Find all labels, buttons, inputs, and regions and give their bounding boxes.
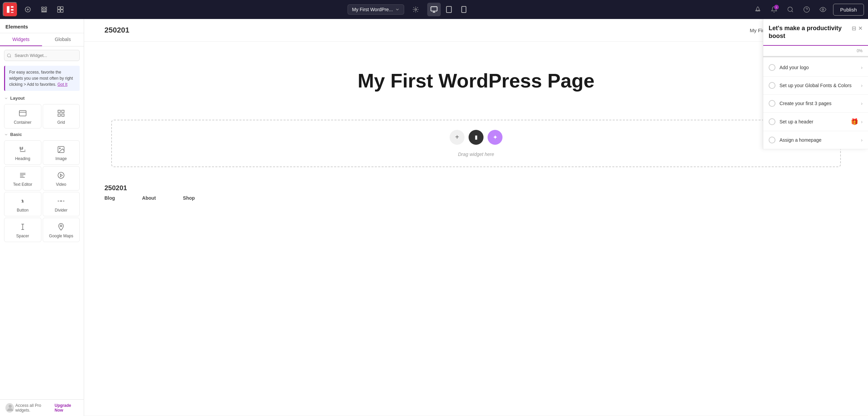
footer-col-1: About bbox=[142, 195, 156, 203]
text-editor-label: Text Editor bbox=[13, 182, 32, 187]
svg-rect-20 bbox=[446, 6, 451, 13]
video-widget[interactable]: Video bbox=[43, 166, 80, 191]
divider-label: Divider bbox=[55, 208, 67, 213]
page-settings-button[interactable] bbox=[410, 3, 422, 16]
search-input[interactable] bbox=[4, 50, 80, 61]
checklist-right-3: 🎁 › bbox=[851, 118, 863, 125]
svg-rect-33 bbox=[58, 110, 60, 113]
footer-text: Access all Pro widgets. bbox=[15, 403, 53, 413]
svg-rect-10 bbox=[45, 9, 47, 11]
help-button[interactable] bbox=[801, 3, 813, 16]
svg-text:H: H bbox=[20, 146, 22, 150]
svg-rect-15 bbox=[61, 10, 63, 13]
structure-button[interactable] bbox=[54, 3, 66, 16]
google-maps-widget[interactable]: Google Maps bbox=[43, 218, 80, 242]
svg-rect-12 bbox=[58, 7, 60, 9]
preview-button[interactable] bbox=[817, 3, 829, 16]
google-maps-label: Google Maps bbox=[49, 234, 73, 238]
checklist-right-1: › bbox=[861, 83, 863, 88]
elementor-logo-button[interactable] bbox=[3, 2, 18, 17]
panel-title: Let's make a productivity boost bbox=[769, 24, 852, 40]
tab-widgets[interactable]: Widgets bbox=[0, 33, 42, 46]
button-widget[interactable]: Button bbox=[4, 192, 41, 216]
check-circle-3 bbox=[769, 118, 775, 125]
checklist-label-4: Assign a homepage bbox=[780, 137, 822, 143]
svg-rect-36 bbox=[62, 114, 64, 116]
layout-section-header[interactable]: Layout bbox=[0, 94, 84, 103]
desktop-view-button[interactable] bbox=[427, 3, 441, 16]
heading-widget[interactable]: H Heading bbox=[4, 140, 41, 165]
svg-rect-22 bbox=[461, 6, 466, 13]
mobile-view-button[interactable] bbox=[457, 3, 471, 16]
drop-zone[interactable]: + ▮ ✦ Drag widget here bbox=[111, 120, 841, 167]
search-button[interactable] bbox=[784, 3, 796, 16]
add-element-button[interactable]: + bbox=[450, 130, 465, 145]
checklist-label-2: Create your first 3 pages bbox=[780, 101, 831, 106]
chevron-icon-0: › bbox=[861, 65, 863, 70]
footer-col-0: Blog bbox=[104, 195, 115, 203]
spacer-widget[interactable]: Spacer bbox=[4, 218, 41, 242]
checklist-right-0: › bbox=[861, 65, 863, 70]
svg-rect-13 bbox=[61, 7, 63, 9]
chevron-icon-4: › bbox=[861, 137, 863, 143]
svg-rect-1 bbox=[11, 6, 14, 7]
top-bar-right: 1 Publish bbox=[752, 3, 868, 16]
checklist-item-0[interactable]: Add your logo › bbox=[763, 59, 868, 77]
basic-section-label: Basic bbox=[10, 132, 22, 137]
checklist-item-2[interactable]: Create your first 3 pages › bbox=[763, 95, 868, 113]
grid-widget[interactable]: Grid bbox=[43, 104, 80, 128]
sidebar-tabs: Widgets Globals bbox=[0, 33, 84, 46]
checklist-left-4: Assign a homepage bbox=[769, 137, 822, 143]
add-new-button[interactable] bbox=[22, 3, 34, 16]
rocket-icon-button[interactable] bbox=[752, 3, 764, 16]
svg-rect-3 bbox=[11, 12, 14, 13]
top-bar-left bbox=[0, 2, 66, 17]
checklist-item-1[interactable]: Set up your Global Fonts & Colors › bbox=[763, 77, 868, 95]
image-widget[interactable]: Image bbox=[43, 140, 80, 165]
heading-label: Heading bbox=[15, 156, 30, 161]
checklist-right-4: › bbox=[861, 137, 863, 143]
page-preview: 250201 My First WordPress Page Sample Pa… bbox=[84, 19, 868, 416]
svg-rect-0 bbox=[7, 6, 9, 13]
svg-point-29 bbox=[7, 54, 11, 57]
checklist-right-2: › bbox=[861, 101, 863, 106]
checklist-left-0: Add your logo bbox=[769, 64, 809, 71]
container-widget[interactable]: Container bbox=[4, 104, 41, 128]
upgrade-now-link[interactable]: Upgrade Now bbox=[55, 403, 78, 413]
checklist-left-2: Create your first 3 pages bbox=[769, 100, 831, 107]
panel-minimize-button[interactable]: ⊟ bbox=[852, 25, 856, 32]
image-label: Image bbox=[56, 156, 67, 161]
svg-rect-9 bbox=[45, 7, 47, 8]
tab-globals[interactable]: Globals bbox=[42, 33, 84, 46]
checklist-item-4[interactable]: Assign a homepage › bbox=[763, 131, 868, 149]
top-bar: My First WordPre... 1 bbox=[0, 0, 868, 19]
progress-bar-container bbox=[763, 56, 868, 57]
drop-zone-text: Drag widget here bbox=[458, 152, 494, 157]
tip-got-it-link[interactable]: Got It bbox=[57, 82, 67, 87]
notifications-button[interactable]: 1 bbox=[768, 3, 780, 16]
checklist-item-3[interactable]: Set up a header 🎁 › bbox=[763, 113, 868, 131]
spacer-label: Spacer bbox=[16, 234, 29, 238]
svg-point-24 bbox=[788, 7, 792, 12]
page-hero: My First WordPress Page bbox=[84, 42, 868, 113]
svg-rect-7 bbox=[42, 7, 44, 8]
layout-section-label: Layout bbox=[10, 96, 25, 101]
navigator-button[interactable] bbox=[38, 3, 50, 16]
text-editor-widget[interactable]: Text Editor bbox=[4, 166, 41, 191]
page-header: 250201 My First WordPress Page Sample Pa… bbox=[84, 19, 868, 42]
video-label: Video bbox=[56, 182, 66, 187]
page-footer-logo: 250201 bbox=[104, 184, 848, 192]
ai-button[interactable]: ✦ bbox=[488, 130, 502, 145]
svg-rect-11 bbox=[42, 12, 47, 12]
publish-button[interactable]: Publish bbox=[833, 4, 864, 16]
basic-section-header[interactable]: Basic bbox=[0, 130, 84, 139]
top-bar-center: My First WordPre... bbox=[348, 3, 470, 16]
panel-close-button[interactable]: ✕ bbox=[858, 25, 863, 32]
avatar bbox=[5, 403, 14, 413]
button-label: Button bbox=[17, 208, 28, 213]
chevron-icon-3: › bbox=[861, 119, 863, 124]
divider-widget[interactable]: Divider bbox=[43, 192, 80, 216]
site-name-dropdown[interactable]: My First WordPre... bbox=[348, 4, 404, 15]
template-button[interactable]: ▮ bbox=[469, 130, 484, 145]
tablet-view-button[interactable] bbox=[442, 3, 456, 16]
